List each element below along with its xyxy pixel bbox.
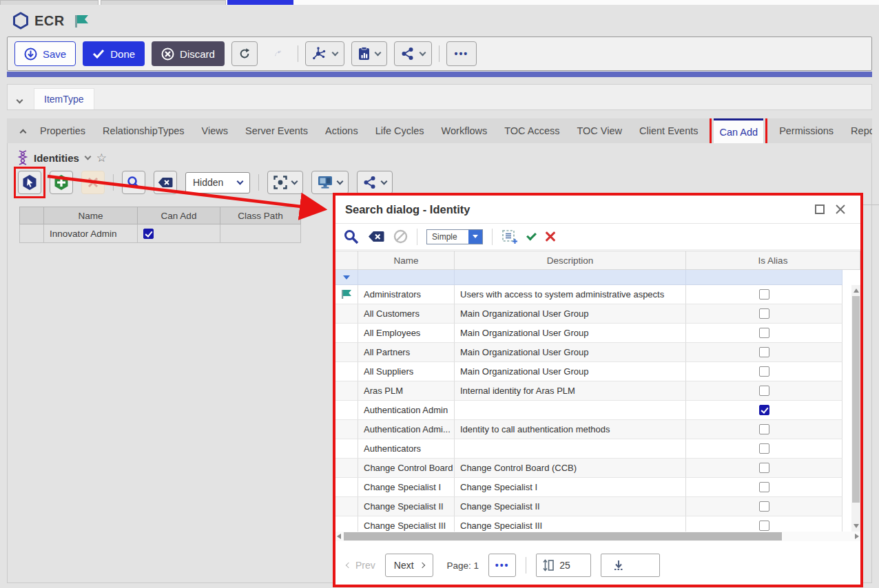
- redo-button[interactable]: [265, 41, 291, 66]
- table-row[interactable]: Innovator Admin: [19, 224, 301, 243]
- column-header-description[interactable]: Description: [455, 251, 686, 270]
- tab-reports[interactable]: Reports: [849, 118, 872, 143]
- is-alias-checkbox[interactable]: [759, 308, 769, 319]
- vertical-scrollbar[interactable]: [851, 285, 860, 532]
- browser-tab-active[interactable]: [227, 0, 293, 5]
- chevron-down-icon[interactable]: [17, 97, 23, 104]
- page-size-input[interactable]: 25: [536, 554, 591, 577]
- tab-workflows[interactable]: Workflows: [440, 118, 489, 143]
- tab-properties[interactable]: Properties: [39, 118, 87, 143]
- table-row[interactable]: Change Specialist IIIChange Specialist I…: [335, 516, 860, 532]
- clear-search-button[interactable]: [154, 171, 177, 194]
- table-row[interactable]: Authenticators: [335, 439, 860, 459]
- tab-can-add[interactable]: Can Add: [714, 118, 763, 143]
- scrollbar-thumb[interactable]: [344, 532, 782, 540]
- itemtype-tab[interactable]: ItemType: [34, 88, 94, 109]
- select-drop-button[interactable]: [468, 230, 482, 244]
- is-alias-checkbox[interactable]: [759, 463, 769, 473]
- browser-tab[interactable]: [0, 0, 99, 5]
- table-row[interactable]: AdministratorsUsers with access to syste…: [335, 285, 860, 304]
- share-grid-button[interactable]: [357, 171, 393, 194]
- table-row[interactable]: Authentication Admin: [335, 401, 860, 420]
- tab-relationshiptypes[interactable]: RelationshipTypes: [101, 118, 186, 143]
- icon-column-header[interactable]: [19, 207, 44, 224]
- chevron-down-icon[interactable]: [84, 153, 91, 160]
- scrollbar-thumb[interactable]: [852, 296, 860, 503]
- more-pages-button[interactable]: •••: [488, 554, 516, 577]
- table-row[interactable]: Aras PLMInternal identity for Aras PLM: [335, 381, 860, 401]
- add-new-item-button[interactable]: [50, 171, 73, 194]
- run-search-icon[interactable]: [344, 229, 359, 244]
- next-page-button[interactable]: Next: [385, 554, 433, 577]
- refresh-button[interactable]: [231, 41, 258, 66]
- favorite-star-icon[interactable]: ☆: [96, 151, 107, 165]
- column-header-class-path[interactable]: Class Path: [220, 207, 301, 224]
- is-alias-checkbox[interactable]: [759, 521, 769, 531]
- search-button[interactable]: [122, 171, 145, 194]
- is-alias-checkbox[interactable]: [759, 347, 769, 357]
- column-header-is-alias[interactable]: Is Alias: [686, 251, 860, 270]
- is-alias-checkbox[interactable]: [759, 424, 769, 434]
- tab-views[interactable]: Views: [200, 118, 229, 143]
- filter-is-alias-cell[interactable]: [686, 270, 842, 285]
- column-header-name[interactable]: Name: [44, 207, 138, 224]
- filter-name-cell[interactable]: [358, 270, 455, 285]
- close-button[interactable]: [830, 200, 851, 218]
- is-alias-checkbox[interactable]: [759, 405, 769, 415]
- table-row[interactable]: All EmployeesMain Organizational User Gr…: [335, 324, 860, 343]
- discard-button[interactable]: Discard: [152, 41, 225, 66]
- display-view-button[interactable]: [311, 171, 349, 194]
- share-button[interactable]: [394, 41, 432, 66]
- scroll-right-arrow[interactable]: [855, 534, 859, 539]
- confirm-selection-icon[interactable]: [526, 230, 537, 240]
- browser-tab[interactable]: [101, 0, 226, 5]
- clear-search-criteria-icon[interactable]: [368, 231, 384, 242]
- column-header-name[interactable]: Name: [358, 251, 455, 270]
- column-header-can-add[interactable]: Can Add: [138, 207, 220, 224]
- focus-view-button[interactable]: [267, 171, 303, 194]
- more-actions-button[interactable]: •••: [446, 41, 477, 66]
- is-alias-checkbox[interactable]: [759, 482, 769, 492]
- table-row[interactable]: Change Specialist IChange Specialist I: [335, 478, 860, 497]
- is-alias-checkbox[interactable]: [759, 386, 769, 396]
- tab-client-events[interactable]: Client Events: [638, 118, 699, 143]
- filter-dropdown-icon[interactable]: [343, 275, 350, 280]
- filter-row[interactable]: [335, 270, 860, 285]
- scroll-left-arrow[interactable]: [337, 534, 341, 539]
- table-row[interactable]: Change Control BoardChange Control Board…: [335, 459, 860, 478]
- scroll-up-arrow[interactable]: [854, 288, 859, 293]
- export-button[interactable]: [601, 554, 660, 577]
- pick-related-item-button[interactable]: [18, 171, 41, 194]
- multi-select-rows-icon[interactable]: [501, 229, 518, 244]
- table-row[interactable]: All SuppliersMain Organizational User Gr…: [335, 362, 860, 381]
- maximize-button[interactable]: [809, 200, 830, 218]
- done-button[interactable]: Done: [83, 41, 145, 66]
- is-alias-checkbox[interactable]: [759, 328, 769, 338]
- scroll-down-arrow[interactable]: [854, 524, 859, 528]
- is-alias-checkbox[interactable]: [759, 366, 769, 377]
- tab-life-cycles[interactable]: Life Cycles: [374, 118, 426, 143]
- cancel-dialog-icon[interactable]: [545, 231, 556, 242]
- filter-description-cell[interactable]: [455, 270, 686, 285]
- collapse-tabs-button[interactable]: [7, 118, 39, 143]
- table-row[interactable]: Authentication Admi...Identity to call a…: [335, 420, 860, 439]
- is-alias-checkbox[interactable]: [759, 443, 769, 454]
- table-row[interactable]: All CustomersMain Organizational User Gr…: [335, 304, 860, 324]
- tab-toc-view[interactable]: TOC View: [576, 118, 624, 143]
- is-alias-checkbox[interactable]: [759, 289, 769, 300]
- horizontal-scrollbar[interactable]: [335, 532, 860, 541]
- tab-permissions[interactable]: Permissions: [778, 118, 835, 143]
- table-row[interactable]: All PartnersMain Organizational User Gro…: [335, 343, 860, 362]
- is-alias-checkbox[interactable]: [759, 501, 769, 512]
- can-add-checkbox[interactable]: [143, 229, 154, 239]
- search-mode-select[interactable]: Simple: [426, 229, 483, 244]
- structure-browser-button[interactable]: [305, 41, 344, 66]
- hidden-filter-select[interactable]: Hidden: [185, 172, 250, 193]
- tab-server-events[interactable]: Server Events: [244, 118, 309, 143]
- save-button[interactable]: Save: [14, 41, 76, 66]
- tab-toc-access[interactable]: TOC Access: [503, 118, 561, 143]
- tab-actions[interactable]: Actions: [324, 118, 360, 143]
- reports-button[interactable]: [351, 41, 387, 66]
- table-row[interactable]: Change Specialist IIChange Specialist II: [335, 497, 860, 516]
- icon-column-header[interactable]: [335, 251, 358, 270]
